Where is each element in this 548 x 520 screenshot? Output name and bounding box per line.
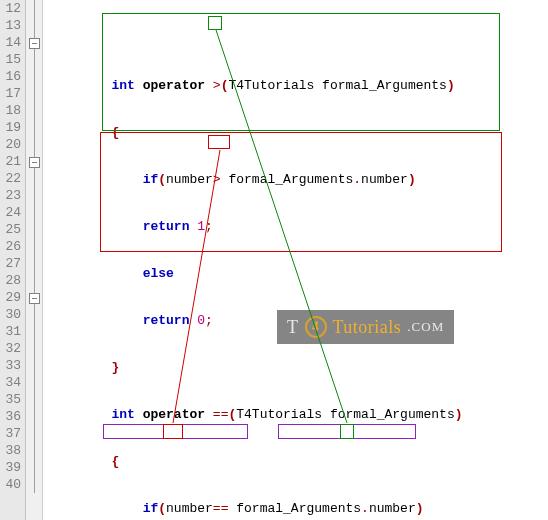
code-area[interactable]: int operator >(T4Tutorials formal_Argume…: [43, 0, 548, 520]
fold-column: [26, 0, 43, 520]
watermark: T 4 Tutorials .COM: [277, 310, 454, 344]
line-number-gutter: 1213141516171819202122232425262728293031…: [0, 0, 26, 520]
